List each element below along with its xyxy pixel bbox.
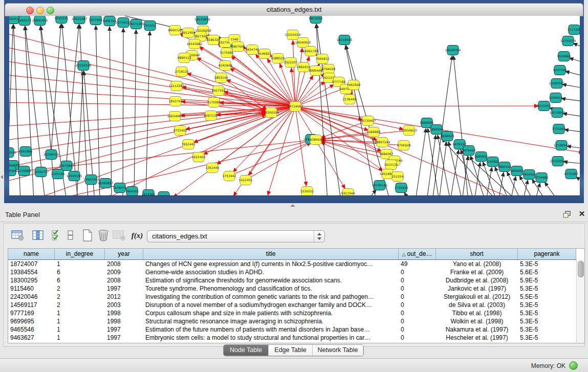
graph-node[interactable]: 9227349 — [553, 65, 567, 75]
graph-node[interactable]: 16648784 — [445, 46, 461, 55]
citation-edge-red[interactable] — [229, 142, 311, 176]
scrollbar-thumb[interactable] — [578, 261, 584, 277]
graph-node[interactable]: 16033809 — [194, 16, 210, 25]
graph-node[interactable]: 751552 — [144, 21, 156, 31]
citation-edge-black[interactable] — [428, 128, 439, 195]
graph-node[interactable]: 14671355 — [128, 19, 144, 29]
table-options-icon[interactable] — [10, 228, 26, 243]
network-view-canvas[interactable]: 2026510140557220891406974537110655287152… — [9, 16, 580, 196]
table-row[interactable]: 1872400712008Changes of HCN gene express… — [8, 260, 576, 268]
graph-node[interactable]: 13654923 — [401, 126, 417, 136]
graph-node[interactable]: 6794028 — [322, 64, 336, 74]
graph-node[interactable]: 1068869 — [367, 127, 381, 137]
graph-node[interactable]: 7955812 — [316, 54, 330, 64]
graph-node[interactable]: 2136441 — [343, 95, 357, 104]
graph-node[interactable]: 1527602 — [89, 16, 103, 25]
column-header-out_de[interactable]: △out_de… — [399, 249, 436, 259]
graph-node[interactable]: 6588520 — [271, 54, 285, 63]
graph-node[interactable]: 2974501 — [142, 190, 156, 196]
graph-node[interactable]: 1117205 — [568, 25, 580, 35]
citation-edge-red[interactable] — [233, 106, 295, 172]
table-row[interactable]: 946554611997Estimation of the future num… — [8, 325, 576, 334]
citation-edge-red[interactable] — [217, 106, 295, 164]
citation-edge-black[interactable] — [416, 128, 426, 195]
collapse-panel-arrow-icon[interactable] — [1, 175, 3, 179]
citation-edge-red[interactable] — [295, 48, 302, 106]
graph-node[interactable]: 7964501 — [125, 187, 139, 196]
graph-node[interactable]: 10655287 — [72, 16, 88, 24]
table-row[interactable]: 946362711997Embryonic stem cells: a mode… — [8, 334, 576, 342]
citation-edge-black[interactable] — [563, 162, 580, 164]
graph-node[interactable]: 1522451 — [239, 176, 253, 185]
graph-node[interactable]: 10103504 — [550, 157, 566, 166]
graph-node[interactable]: 3322037 — [284, 58, 298, 68]
graph-node[interactable]: 8267130 — [204, 111, 218, 121]
citation-edge-black[interactable] — [404, 192, 409, 195]
graph-node[interactable]: 2718120 — [175, 67, 189, 77]
select-all-icon[interactable] — [50, 228, 64, 243]
column-header-pagerank[interactable]: pagerank — [518, 249, 576, 259]
graph-node[interactable]: 1619340 — [157, 192, 171, 196]
graph-node[interactable]: 1244415 — [549, 93, 563, 103]
delete-icon[interactable] — [96, 228, 111, 243]
citation-edge-red[interactable] — [321, 130, 409, 139]
graph-node[interactable]: 12213383 — [169, 81, 185, 91]
graph-node[interactable]: 8938923 — [441, 132, 454, 141]
graph-node[interactable]: 1840954 — [430, 125, 444, 135]
graph-node[interactable]: 9242848 — [219, 61, 232, 71]
vertical-scrollbar[interactable] — [576, 260, 584, 342]
graph-node[interactable]: 1115689 — [17, 166, 31, 176]
citation-edge-black[interactable] — [498, 172, 504, 195]
delete-table-icon[interactable] — [111, 228, 127, 243]
graph-node[interactable]: 1352445 — [206, 163, 220, 173]
graph-node[interactable]: 8912954 — [182, 28, 195, 38]
graph-node[interactable]: 9529966 — [557, 52, 571, 61]
tab-network-table[interactable]: Network Table — [313, 345, 363, 356]
citation-edge-red[interactable] — [268, 106, 295, 195]
create-column-icon[interactable] — [79, 228, 96, 243]
citation-edge-black[interactable] — [51, 24, 61, 151]
citation-edge-black[interactable] — [569, 58, 580, 62]
graph-node[interactable]: 1551896 — [19, 147, 33, 157]
table-row[interactable]: 1938455462009Genome-wide association stu… — [8, 268, 576, 276]
function-builder-icon[interactable]: f(x) — [129, 228, 145, 243]
graph-node[interactable]: 1804602 — [510, 166, 524, 176]
graph-node[interactable]: 9960416 — [498, 162, 512, 172]
citation-edge-black[interactable] — [545, 182, 558, 195]
citation-edge-black[interactable] — [573, 43, 580, 48]
graph-node[interactable]: 8990448 — [309, 66, 323, 76]
graph-node[interactable]: 1145190 — [51, 169, 65, 179]
citation-edge-black[interactable] — [96, 26, 100, 195]
graph-node[interactable]: 17957253 — [83, 175, 99, 185]
citation-edge-red[interactable] — [295, 106, 403, 129]
graph-node[interactable]: 252254 — [392, 172, 404, 182]
citation-edge-red[interactable] — [295, 106, 368, 130]
network-window-titlebar[interactable]: citations_edges.txt — [5, 3, 583, 16]
float-panel-icon[interactable] — [562, 210, 572, 218]
table-row[interactable]: 2242004622012Investigating the contribut… — [8, 293, 576, 301]
graph-node[interactable]: 7652441 — [182, 140, 195, 149]
citation-edge-black[interactable] — [486, 167, 492, 195]
graph-node[interactable]: 9424502 — [522, 170, 536, 180]
table-selector-dropdown[interactable]: citations_edges.txt — [147, 230, 325, 243]
graph-node[interactable]: 16543982 — [187, 39, 203, 49]
graph-node[interactable]: 1810755 — [169, 97, 183, 106]
graph-node[interactable]: 12093582 — [549, 79, 565, 89]
tab-edge-table[interactable]: Edge Table — [269, 345, 313, 356]
citation-edge-black[interactable] — [511, 177, 516, 195]
citation-edge-black[interactable] — [123, 28, 123, 195]
column-header-short[interactable]: short — [436, 249, 518, 259]
graph-node[interactable]: 1530021 — [300, 187, 314, 196]
graph-node[interactable]: 25106510 — [9, 148, 16, 158]
graph-node[interactable]: 16210645 — [550, 108, 565, 118]
graph-node[interactable]: 6466161 — [103, 16, 117, 26]
table-row[interactable]: 1830029562008Estimation of significance … — [8, 276, 576, 285]
graph-node[interactable]: 1721065 — [552, 124, 566, 134]
graph-node[interactable]: 16395817 — [98, 179, 114, 188]
graph-node[interactable]: 16654985 — [167, 112, 183, 121]
graph-node[interactable]: 1678275 — [113, 183, 127, 193]
table-row[interactable]: 969969511998Structural magnetic resonanc… — [8, 317, 576, 325]
graph-node[interactable]: 15751074 — [560, 36, 576, 46]
graph-node[interactable]: 19384554 — [308, 135, 324, 145]
citation-edge-black[interactable] — [146, 31, 150, 195]
